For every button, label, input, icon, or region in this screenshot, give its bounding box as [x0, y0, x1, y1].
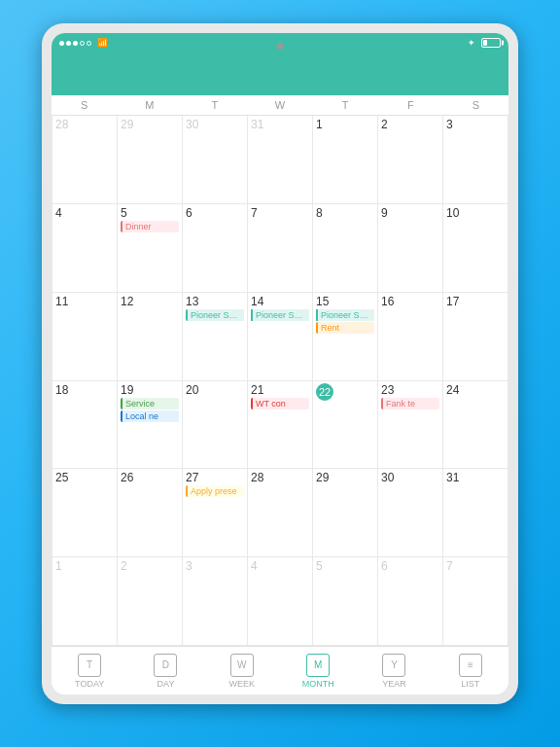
day-number: 22	[316, 383, 333, 401]
calendar-event[interactable]: Fank te	[381, 398, 439, 409]
cal-cell[interactable]: 21WT con	[248, 381, 313, 470]
cal-cell[interactable]: 28	[248, 469, 313, 557]
calendar-event[interactable]: Local ne	[121, 410, 179, 422]
cal-cell[interactable]: 16	[378, 293, 443, 381]
day-number: 17	[446, 295, 505, 308]
day-number: 4	[55, 206, 114, 220]
tab-today[interactable]: TTODAY	[52, 654, 127, 689]
cal-cell[interactable]: 19ServiceLocal ne	[118, 381, 183, 470]
day-label: DAY	[158, 679, 175, 689]
day-icon: D	[154, 654, 177, 677]
cal-cell[interactable]: 4	[52, 204, 118, 293]
calendar-event[interactable]: Apply prese	[186, 485, 244, 497]
cal-cell[interactable]: 11	[52, 293, 118, 381]
cal-cell[interactable]: 31	[248, 116, 313, 204]
tab-year[interactable]: YYEAR	[356, 654, 432, 689]
day-header-W: W	[247, 95, 312, 115]
cal-cell[interactable]: 10	[443, 204, 508, 293]
day-number: 28	[251, 471, 309, 484]
dot3	[73, 41, 78, 46]
calendar-event[interactable]: Pioneer School	[186, 309, 244, 321]
day-number: 18	[55, 383, 114, 397]
day-number: 14	[251, 295, 309, 308]
tab-week[interactable]: WWEEK	[204, 654, 280, 689]
cal-cell[interactable]: 3	[183, 557, 248, 646]
cal-cell[interactable]: 18	[52, 381, 118, 470]
cal-cell[interactable]: 23Fank te	[378, 381, 443, 470]
cal-cell[interactable]: 17	[443, 293, 508, 381]
today-icon: T	[78, 654, 101, 677]
day-number: 1	[55, 559, 114, 573]
cal-cell[interactable]: 1	[52, 557, 118, 646]
cal-cell[interactable]: 5Dinner	[118, 204, 183, 293]
cal-cell[interactable]: 30	[378, 469, 443, 557]
tab-day[interactable]: DDAY	[127, 654, 203, 689]
day-header-M: M	[117, 95, 182, 115]
battery-fill	[483, 40, 487, 46]
day-number: 29	[121, 118, 179, 131]
cal-cell[interactable]: 29	[313, 469, 378, 557]
day-number: 7	[446, 559, 505, 573]
month-label: MONTH	[302, 679, 334, 689]
cal-cell[interactable]: 13Pioneer School	[183, 293, 248, 381]
cal-cell[interactable]: 20	[183, 381, 248, 470]
cal-cell[interactable]: 7	[248, 204, 313, 293]
calendar-event[interactable]: Service	[121, 398, 179, 409]
cal-cell[interactable]: 1	[313, 116, 378, 204]
day-number: 3	[186, 559, 244, 573]
calendar-event[interactable]: Dinner	[121, 221, 179, 232]
cal-cell[interactable]: 5	[313, 557, 378, 646]
tab-list[interactable]: ≡LIST	[433, 654, 508, 689]
cal-cell[interactable]: 8	[313, 204, 378, 293]
list-icon: ≡	[459, 654, 482, 677]
day-number: 24	[446, 383, 505, 397]
cal-cell[interactable]: 29	[118, 116, 183, 204]
wifi-icon: 📶	[97, 38, 108, 48]
tab-bar: TTODAYDDAYWWEEKMMONTHYYEAR≡LIST	[52, 646, 508, 694]
day-number: 11	[55, 295, 114, 308]
day-number: 21	[251, 383, 309, 397]
day-number: 12	[121, 295, 179, 308]
cal-cell[interactable]: 22	[313, 381, 378, 470]
day-header-F: F	[378, 95, 443, 115]
cal-cell[interactable]: 3	[443, 116, 508, 204]
day-header-T: T	[313, 95, 378, 115]
day-number: 2	[121, 559, 179, 573]
calendar-grid: 2829303112345Dinner678910111213Pioneer S…	[52, 116, 508, 646]
day-header-T: T	[182, 95, 247, 115]
calendar-event[interactable]: Pioneer School	[251, 309, 309, 321]
day-number: 27	[186, 471, 244, 484]
calendar-event[interactable]: WT con	[251, 398, 309, 409]
day-number: 23	[381, 383, 439, 397]
day-number: 30	[381, 471, 439, 484]
cal-cell[interactable]: 24	[443, 381, 508, 470]
cal-cell[interactable]: 2	[378, 116, 443, 204]
day-number: 1	[316, 118, 374, 131]
cal-cell[interactable]: 31	[443, 469, 508, 557]
cal-cell[interactable]: 2	[118, 557, 183, 646]
day-number: 29	[316, 471, 374, 484]
cal-cell[interactable]: 9	[378, 204, 443, 293]
cal-cell[interactable]: 6	[378, 557, 443, 646]
cal-cell[interactable]: 6	[183, 204, 248, 293]
cal-cell[interactable]: 30	[183, 116, 248, 204]
cal-cell[interactable]: 12	[118, 293, 183, 381]
cal-cell[interactable]: 14Pioneer School	[248, 293, 313, 381]
cal-cell[interactable]: 26	[118, 469, 183, 557]
cal-cell[interactable]: 27Apply prese	[183, 469, 248, 557]
cal-cell[interactable]: 4	[248, 557, 313, 646]
day-number: 19	[121, 383, 179, 397]
day-number: 15	[316, 295, 374, 308]
cal-cell[interactable]: 7	[443, 557, 508, 646]
cal-cell[interactable]: 28	[52, 116, 118, 204]
day-number: 30	[186, 118, 244, 131]
day-number: 7	[251, 206, 309, 220]
list-label: LIST	[461, 679, 479, 689]
day-number: 28	[55, 118, 114, 131]
calendar-event[interactable]: Rent	[316, 322, 374, 334]
tab-month[interactable]: MMONTH	[280, 654, 356, 689]
calendar-event[interactable]: Pioneer School	[316, 309, 374, 321]
cal-cell[interactable]: 15Pioneer SchoolRent	[313, 293, 378, 381]
year-icon: Y	[382, 654, 405, 677]
cal-cell[interactable]: 25	[52, 469, 118, 557]
